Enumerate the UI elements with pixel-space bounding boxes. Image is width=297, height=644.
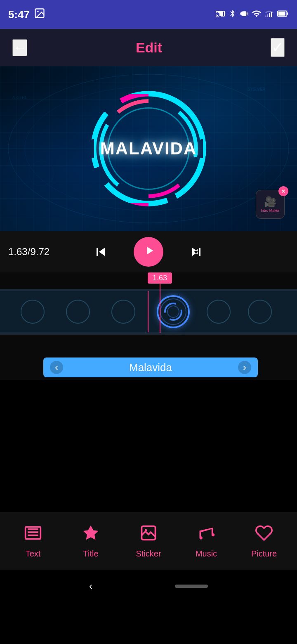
- skip-forward-button[interactable]: [188, 244, 205, 260]
- brand-text: MALAVIDA: [100, 139, 197, 159]
- svg-point-15: [29, 161, 54, 186]
- play-icon: [143, 244, 156, 260]
- svg-point-19: [112, 300, 135, 323]
- text-icon: [24, 524, 42, 546]
- title-icon: T: [82, 524, 100, 546]
- svg-point-17: [21, 300, 44, 323]
- sticker-icon: [139, 524, 158, 546]
- nav-item-title[interactable]: T Title: [62, 524, 120, 559]
- timeline-scrubber[interactable]: 1.63: [0, 272, 297, 289]
- svg-point-23: [248, 300, 271, 323]
- back-nav-button[interactable]: ‹: [89, 580, 92, 592]
- header: ← Edit ✓: [0, 29, 297, 66]
- status-bar: 5:47: [0, 0, 297, 29]
- time-display: 1.63/9.72: [8, 246, 50, 258]
- wifi-icon: [252, 9, 262, 21]
- timeline[interactable]: 1.63: [0, 272, 297, 380]
- svg-point-22: [207, 300, 230, 323]
- watermark-close-button[interactable]: ×: [278, 186, 288, 196]
- bottom-nav: Text T Title Sticker Music: [0, 512, 297, 570]
- watermark-badge: × 🎥 Intro Maker: [256, 190, 285, 219]
- picture-icon: [255, 524, 273, 546]
- audio-track: [0, 334, 297, 355]
- scrubber-line: [160, 284, 160, 333]
- skip-back-button[interactable]: [92, 244, 109, 260]
- track-thumb-left: [0, 291, 148, 332]
- camera-icon: 🎥: [264, 196, 276, 208]
- nav-label-text: Text: [26, 549, 41, 559]
- svg-rect-5: [265, 15, 266, 17]
- svg-rect-7: [287, 12, 288, 15]
- page-title: Edit: [136, 40, 162, 56]
- photo-icon: [34, 7, 45, 21]
- battery-icon: [277, 9, 289, 21]
- watermark: × 🎥 Intro Maker: [256, 190, 289, 223]
- scrubber-time: 1.63: [148, 272, 172, 284]
- music-icon: [197, 524, 215, 546]
- nav-item-text[interactable]: Text: [4, 524, 62, 559]
- status-time: 5:47: [8, 8, 30, 21]
- track-pattern-right: [198, 293, 280, 330]
- play-button[interactable]: [134, 237, 163, 267]
- bluetooth-icon: [229, 9, 237, 21]
- clip-arrow-right[interactable]: ›: [238, 361, 251, 374]
- nav-label-title: Title: [83, 549, 98, 559]
- confirm-button[interactable]: ✓: [271, 38, 285, 57]
- clip-arrow-left[interactable]: ‹: [50, 361, 63, 374]
- nav-item-sticker[interactable]: Sticker: [120, 524, 177, 559]
- track-pattern-left: [4, 293, 144, 330]
- svg-point-1: [37, 11, 39, 12]
- clip-label: Malavida: [129, 361, 172, 374]
- svg-point-18: [66, 300, 90, 323]
- nav-label-sticker: Sticker: [136, 549, 161, 559]
- clip-track: ‹ Malavida ›: [0, 355, 297, 380]
- status-icons: [215, 9, 289, 21]
- svg-rect-4: [267, 14, 269, 17]
- cast-icon: [215, 9, 225, 21]
- empty-space: [0, 380, 297, 512]
- nav-label-music: Music: [196, 549, 217, 559]
- nav-item-picture[interactable]: Picture: [235, 524, 293, 559]
- watermark-label: Intro Maker: [261, 208, 280, 213]
- nav-label-picture: Picture: [251, 549, 277, 559]
- system-nav-bar: ‹: [0, 570, 297, 603]
- svg-text:T: T: [87, 530, 91, 537]
- svg-rect-2: [271, 12, 272, 17]
- signal-icon: [265, 9, 274, 21]
- scrubber-indicator: 1.63: [148, 272, 172, 333]
- back-button[interactable]: ←: [12, 39, 27, 56]
- home-indicator[interactable]: [175, 585, 208, 588]
- svg-text:SYS.VER: SYS.VER: [248, 87, 265, 92]
- nav-item-music[interactable]: Music: [177, 524, 235, 559]
- player-controls: 1.63/9.72: [0, 231, 297, 272]
- svg-text:A-CTRL: A-CTRL: [12, 95, 28, 100]
- svg-rect-8: [278, 12, 285, 15]
- svg-rect-3: [269, 13, 270, 17]
- video-preview: A-CTRL SYS.VER MALAVIDA × 🎥 Intro Maker: [0, 66, 297, 231]
- vibrate-icon: [240, 9, 248, 21]
- clip-item[interactable]: ‹ Malavida ›: [43, 358, 258, 377]
- ring-animation: MALAVIDA: [87, 87, 210, 211]
